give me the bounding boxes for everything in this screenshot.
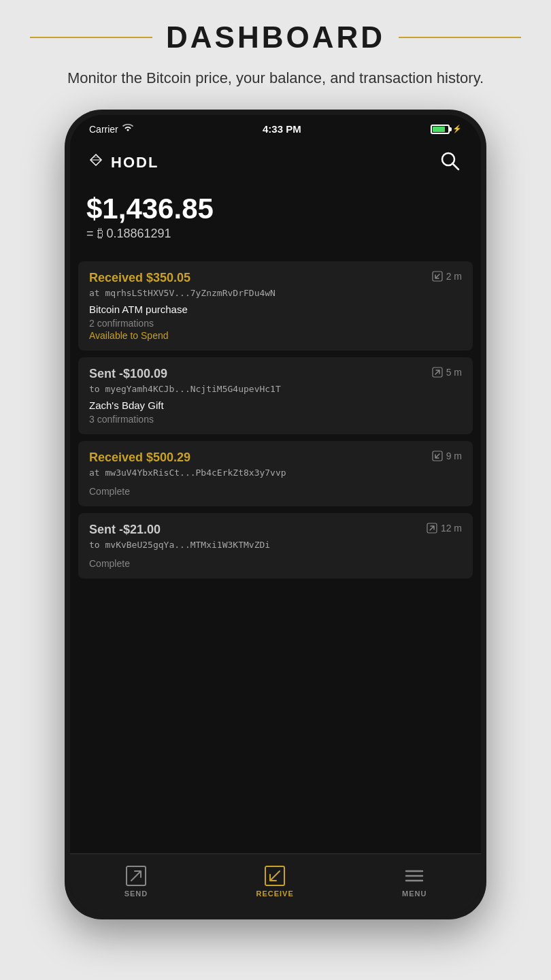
tx-amount: Sent -$21.00 (89, 523, 161, 537)
receive-arrow-icon (432, 451, 443, 461)
transactions-list: Received $350.05 2 m at mqrhsLStHXV5V...… (70, 261, 481, 853)
page-subtitle: Monitor the Bitcoin price, your balance,… (27, 54, 524, 103)
tx-amount: Sent -$100.09 (89, 367, 167, 381)
page-title: DASHBOARD (166, 20, 385, 54)
menu-nav-label: MENU (402, 889, 427, 898)
tx-status: Available to Spend (89, 330, 462, 341)
nav-send[interactable]: SEND (111, 862, 162, 900)
nav-menu[interactable]: MENU (388, 862, 440, 900)
nav-receive[interactable]: RECEIVE (242, 862, 307, 900)
tx-address: to myegYamh4KCJb...NcjtiM5G4upevHc1T (89, 384, 462, 394)
tx-status: Complete (89, 486, 462, 497)
tx-address: at mqrhsLStHXV5V...7yZnzmRvDrFDu4wN (89, 288, 462, 298)
tx-amount: Received $350.05 (89, 271, 190, 285)
time-display: 4:33 PM (263, 123, 301, 135)
transaction-card[interactable]: Received $350.05 2 m at mqrhsLStHXV5V...… (78, 261, 473, 350)
header-line-left (30, 37, 152, 38)
logo-icon (86, 153, 105, 172)
app-logo-text: HODL (111, 154, 158, 172)
tx-time: 12 m (427, 523, 462, 534)
app-header: HODL (70, 140, 481, 183)
page-header: DASHBOARD Monitor the Bitcoin price, you… (0, 0, 551, 110)
send-arrow-icon (427, 523, 437, 534)
tx-confirmations: 3 confirmations (89, 414, 462, 425)
receive-arrow-icon (432, 271, 443, 282)
send-nav-icon (125, 865, 147, 887)
tx-row-top: Received $500.29 9 m (89, 451, 462, 465)
transaction-card[interactable]: Sent -$100.09 5 m to myegYamh4KCJb...Ncj… (78, 357, 473, 434)
tx-status: Complete (89, 558, 462, 569)
svg-line-2 (452, 163, 458, 169)
status-right: ⚡ (431, 125, 462, 134)
transaction-card[interactable]: Sent -$21.00 12 m to mvKvBeU25gqYa...MTM… (78, 513, 473, 578)
app-logo: HODL (86, 153, 158, 172)
battery-icon (431, 125, 450, 134)
balance-usd: $1,436.85 (86, 193, 465, 225)
bottom-nav: SEND RECEIVE MENU (70, 853, 481, 914)
tx-label: Bitcoin ATM purchase (89, 304, 462, 315)
charging-icon: ⚡ (452, 125, 462, 133)
tx-label: Zach's Bday Gift (89, 399, 462, 411)
search-icon (439, 150, 462, 173)
balance-btc: = ₿ 0.18861291 (86, 227, 465, 241)
tx-time: 5 m (432, 367, 462, 378)
tx-row-top: Received $350.05 2 m (89, 271, 462, 285)
carrier-label: Carrier (89, 124, 118, 135)
header-line-right (399, 37, 521, 38)
search-button[interactable] (436, 147, 465, 178)
status-bar: Carrier 4:33 PM ⚡ (70, 115, 481, 140)
menu-nav-icon (403, 865, 425, 887)
tx-address: to mvKvBeU25gqYa...MTMxi1W3KTMvZDi (89, 540, 462, 550)
receive-nav-label: RECEIVE (256, 889, 293, 898)
send-nav-label: SEND (124, 889, 148, 898)
battery-fill (433, 127, 445, 132)
tx-row-top: Sent -$21.00 12 m (89, 523, 462, 537)
tx-row-top: Sent -$100.09 5 m (89, 367, 462, 381)
phone-inner: Carrier 4:33 PM ⚡ (70, 115, 481, 914)
tx-time: 2 m (432, 271, 462, 282)
phone-frame: Carrier 4:33 PM ⚡ (65, 110, 486, 919)
status-left: Carrier (89, 124, 133, 135)
tx-time: 9 m (432, 451, 462, 461)
send-arrow-icon (432, 367, 443, 378)
tx-address: at mw3uV4YbxRisCt...Pb4cErkZt8x3y7vvp (89, 468, 462, 478)
transaction-card[interactable]: Received $500.29 9 m at mw3uV4YbxRisCt..… (78, 441, 473, 506)
header-title-row: DASHBOARD (0, 20, 551, 54)
balance-area: $1,436.85 = ₿ 0.18861291 (70, 183, 481, 261)
receive-nav-icon (264, 865, 286, 887)
tx-amount: Received $500.29 (89, 451, 190, 465)
tx-confirmations: 2 confirmations (89, 318, 462, 329)
wifi-icon (122, 124, 133, 134)
